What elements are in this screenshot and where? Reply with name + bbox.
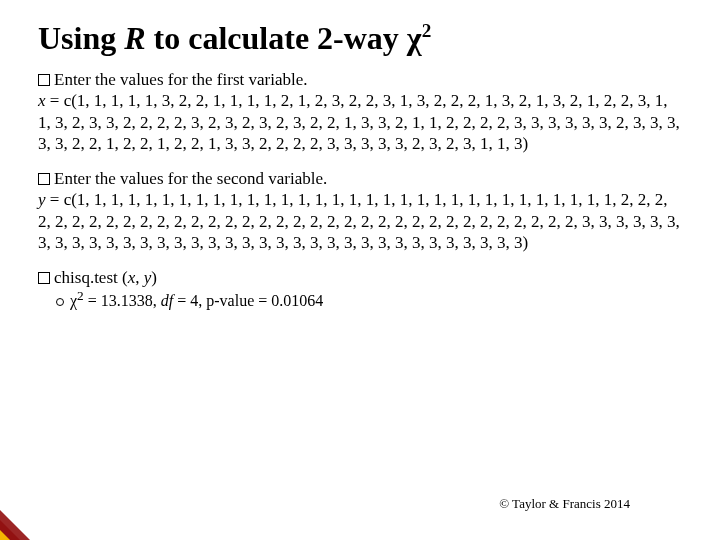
bullet-square-icon bbox=[38, 272, 50, 284]
y-instruction: Enter the values for the second variable… bbox=[54, 169, 327, 188]
bullet-square-icon bbox=[38, 173, 50, 185]
chisq-result: χ2 = 13.1338, df = 4, p-value = 0.01064 bbox=[56, 288, 682, 311]
slide-title: Using R to calculate 2-way χ2 bbox=[38, 20, 682, 57]
y-var: y bbox=[38, 190, 46, 209]
svg-marker-2 bbox=[0, 530, 10, 540]
title-text-1: Using bbox=[38, 20, 124, 56]
chisq-close: ) bbox=[151, 268, 157, 287]
copyright-footer: © Taylor & Francis 2014 bbox=[499, 496, 630, 512]
y-values: = c(1, 1, 1, 1, 1, 1, 1, 1, 1, 1, 1, 1, … bbox=[38, 190, 680, 252]
chisq-cmd: chisq.test ( bbox=[54, 268, 128, 287]
result-sup: 2 bbox=[77, 288, 84, 303]
result-df-val: = 4, p-value = 0.01064 bbox=[173, 293, 323, 310]
block-variable-x: Enter the values for the first variable.… bbox=[38, 69, 682, 154]
svg-marker-0 bbox=[0, 510, 30, 540]
result-df-label: df bbox=[161, 293, 173, 310]
bullet-square-icon bbox=[38, 74, 50, 86]
corner-chevrons-icon bbox=[0, 476, 64, 540]
slide: Using R to calculate 2-way χ2 Enter the … bbox=[0, 0, 720, 540]
chisq-sep: , bbox=[135, 268, 144, 287]
title-text-2: to calculate 2-way χ bbox=[146, 20, 422, 56]
title-superscript: 2 bbox=[422, 20, 432, 41]
bullet-ring-icon bbox=[56, 298, 64, 306]
x-var: x bbox=[38, 91, 46, 110]
svg-marker-1 bbox=[0, 520, 20, 540]
title-r-italic: R bbox=[124, 20, 145, 56]
block-variable-y: Enter the values for the second variable… bbox=[38, 168, 682, 253]
x-instruction: Enter the values for the first variable. bbox=[54, 70, 307, 89]
result-eq: = 13.1338, bbox=[84, 293, 161, 310]
block-chisq-call: chisq.test (x, y) χ2 = 13.1338, df = 4, … bbox=[38, 267, 682, 312]
x-values: = c(1, 1, 1, 1, 1, 3, 2, 2, 1, 1, 1, 1, … bbox=[38, 91, 680, 153]
